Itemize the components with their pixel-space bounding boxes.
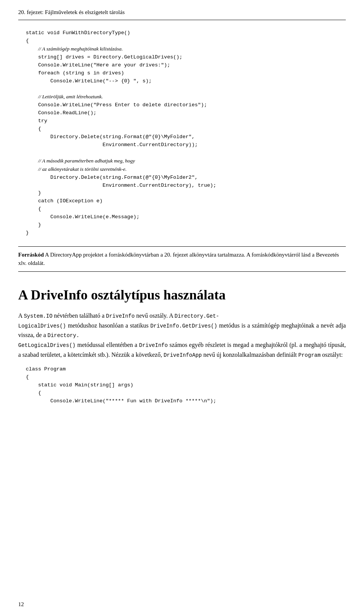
code-line: static void FunWithDirectoryType() { // … bbox=[26, 30, 216, 236]
inline-code-getdrives: DriveInfo.GetDrives() bbox=[150, 323, 217, 329]
inline-code-program: Program bbox=[298, 352, 321, 358]
page-container: 20. fejezet: Fájlműveletek és elszigetel… bbox=[0, 0, 364, 427]
inline-code-driveinfoapp: DriveInfoApp bbox=[163, 352, 202, 358]
code-line-2: class Program { static void Main(string[… bbox=[26, 366, 216, 404]
source-note: Forráskód A DirectoryApp projektet a for… bbox=[18, 246, 346, 272]
inline-code-getlogical2: GetLogicalDrives() bbox=[18, 342, 75, 348]
chapter-header: 20. fejezet: Fájlműveletek és elszigetel… bbox=[18, 8, 346, 20]
inline-code-driveinfo: DriveInfo bbox=[106, 313, 135, 319]
code-block-2: class Program { static void Main(string[… bbox=[18, 366, 346, 405]
inline-code-driveinfo2: DriveInfo bbox=[139, 342, 168, 348]
inline-code-system-io: System.IO bbox=[24, 313, 53, 319]
code-block-1: static void FunWithDirectoryType() { // … bbox=[18, 29, 346, 237]
body-paragraph-1: A System.IO névtérben található a DriveI… bbox=[18, 311, 346, 359]
page-number: 12 bbox=[18, 600, 24, 609]
inline-code-logicaldrives: LogicalDrives() bbox=[18, 323, 66, 329]
section-title: A DriveInfo osztálytípus használata bbox=[18, 287, 346, 303]
inline-code-directory2: Directory. bbox=[47, 332, 79, 339]
source-note-text: A DirectoryApp projektet a forráskódköny… bbox=[18, 252, 339, 266]
chapter-title: 20. fejezet: Fájlműveletek és elszigetel… bbox=[18, 9, 125, 15]
inline-code-directory-get: Directory.Get- bbox=[174, 313, 219, 319]
source-note-bold: Forráskód bbox=[18, 252, 44, 258]
